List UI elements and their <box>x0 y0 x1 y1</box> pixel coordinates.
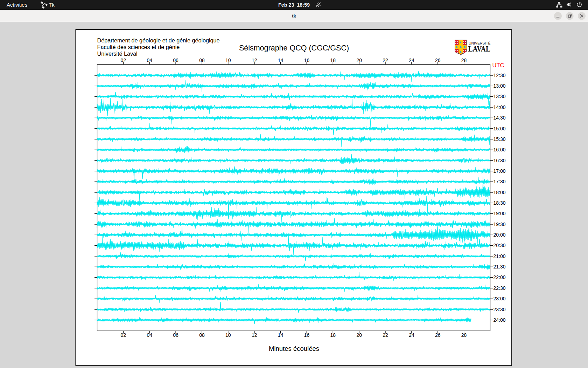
svg-text:06: 06 <box>173 57 178 63</box>
svg-text:LAVAL: LAVAL <box>468 45 491 53</box>
svg-text:18:30: 18:30 <box>493 200 506 206</box>
svg-text:19:30: 19:30 <box>493 222 506 227</box>
svg-text:24:00: 24:00 <box>493 317 506 323</box>
svg-text:UTC: UTC <box>492 62 504 68</box>
svg-text:20:30: 20:30 <box>493 243 506 248</box>
svg-text:21:00: 21:00 <box>493 253 506 259</box>
svg-text:16: 16 <box>304 57 310 63</box>
svg-text:18: 18 <box>330 57 336 63</box>
svg-text:28: 28 <box>461 57 467 63</box>
svg-text:13:30: 13:30 <box>493 94 506 99</box>
svg-text:14:30: 14:30 <box>493 115 506 121</box>
svg-text:21:30: 21:30 <box>493 264 506 270</box>
svg-text:08: 08 <box>199 332 205 338</box>
svg-text:24: 24 <box>409 332 414 338</box>
svg-text:12:30: 12:30 <box>493 73 506 78</box>
svg-text:15:00: 15:00 <box>493 126 506 131</box>
svg-text:24: 24 <box>409 57 414 63</box>
svg-text:10: 10 <box>225 57 231 63</box>
svg-text:23:00: 23:00 <box>493 296 506 301</box>
svg-text:26: 26 <box>435 57 441 63</box>
svg-text:28: 28 <box>461 332 467 338</box>
svg-text:22:30: 22:30 <box>493 285 506 291</box>
svg-text:18: 18 <box>330 332 336 338</box>
svg-text:13:00: 13:00 <box>493 83 506 89</box>
svg-text:16:30: 16:30 <box>493 158 506 163</box>
svg-text:Feb 23 18:59: Feb 23 18:59 <box>278 2 310 8</box>
svg-text:06: 06 <box>173 332 178 338</box>
svg-text:02: 02 <box>121 332 126 338</box>
svg-text:14: 14 <box>278 332 284 338</box>
svg-text:Activities: Activities <box>7 2 27 8</box>
svg-text:14:00: 14:00 <box>493 104 506 110</box>
svg-text:17:00: 17:00 <box>493 168 506 174</box>
svg-text:22: 22 <box>383 57 388 63</box>
svg-text:08: 08 <box>199 57 205 63</box>
svg-text:Département de géologie et de: Département de géologie et de génie géol… <box>97 37 220 43</box>
svg-text:20:00: 20:00 <box>493 232 506 238</box>
svg-text:26: 26 <box>435 332 441 338</box>
svg-text:Tk: Tk <box>49 2 55 8</box>
svg-text:17:30: 17:30 <box>493 179 506 184</box>
svg-text:22: 22 <box>383 332 388 338</box>
svg-text:04: 04 <box>147 57 152 63</box>
svg-text:16:00: 16:00 <box>493 147 506 152</box>
svg-text:15:30: 15:30 <box>493 136 506 142</box>
svg-text:02: 02 <box>121 57 126 63</box>
svg-text:18:00: 18:00 <box>493 190 506 195</box>
svg-text:tk: tk <box>292 13 296 19</box>
svg-text:22:00: 22:00 <box>493 274 506 280</box>
svg-text:16: 16 <box>304 332 310 338</box>
svg-text:Université Laval: Université Laval <box>97 50 138 57</box>
svg-text:12: 12 <box>252 332 257 338</box>
svg-text:20: 20 <box>356 57 362 63</box>
svg-text:04: 04 <box>147 332 152 338</box>
svg-text:Minutes écoulées: Minutes écoulées <box>269 345 319 352</box>
svg-text:23:30: 23:30 <box>493 307 506 312</box>
svg-text:19:00: 19:00 <box>493 211 506 216</box>
svg-text:Séismographe QCQ (CGC/GSC): Séismographe QCQ (CGC/GSC) <box>239 44 349 52</box>
svg-text:14: 14 <box>278 57 284 63</box>
svg-text:20: 20 <box>356 332 362 338</box>
svg-text:10: 10 <box>225 332 231 338</box>
svg-text:Faculté des sciences et de gén: Faculté des sciences et de génie <box>97 44 180 50</box>
svg-text:12: 12 <box>252 57 257 63</box>
